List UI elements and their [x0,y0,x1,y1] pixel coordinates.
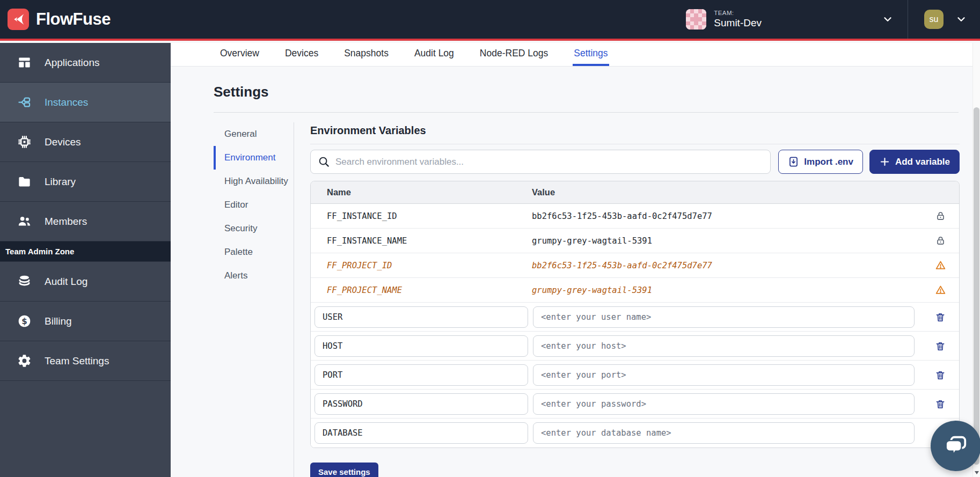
env-name-input[interactable] [315,393,528,415]
env-value-input[interactable] [533,393,915,415]
lock-icon [922,236,959,246]
table-row: FF_PROJECT_ID bb2f6c53-1f25-453b-aafd-0c… [311,253,959,278]
sidebar-item-applications[interactable]: Applications [0,43,171,83]
sidebar-item-label: Devices [45,136,81,148]
team-label: TEAM: [714,10,762,17]
env-var-value: bb2f6c53-1f25-453b-aafd-0c2f475d7e77 [532,261,922,270]
env-name-input[interactable] [315,335,528,357]
scrollbar-thumb[interactable] [974,107,979,465]
dollar-icon: $ [17,314,32,328]
table-row-editable [311,361,959,390]
chevron-down-icon [882,13,894,25]
table-row: FF_PROJECT_NAME grumpy-grey-wagtail-5391 [311,278,959,303]
env-value-input[interactable] [533,364,915,386]
sidebar-item-devices[interactable]: Devices [0,122,171,162]
scrollbar-arrow-icon [975,471,979,474]
delete-variable-button[interactable] [922,341,959,351]
tab-audit-log[interactable]: Audit Log [413,43,455,66]
tab-snapshots[interactable]: Snapshots [343,43,390,66]
subnav-item-environment[interactable]: Environment [214,146,294,170]
env-var-value: grumpy-grey-wagtail-5391 [532,236,922,246]
warning-icon [922,260,959,271]
delete-variable-button[interactable] [922,370,959,380]
chevron-down-icon [955,13,967,25]
save-settings-button[interactable]: Save settings [310,463,378,477]
team-name: Sumit-Dev [714,17,762,29]
env-value-input[interactable] [533,422,915,444]
gear-icon [17,354,32,368]
section-title: Environment Variables [310,124,960,137]
env-var-value: grumpy-grey-wagtail-5391 [532,285,922,295]
sidebar-item-instances[interactable]: Instances [0,83,171,122]
env-var-name: FF_INSTANCE_NAME [311,236,532,246]
sidebar-item-label: Team Settings [45,355,109,367]
section-divider [310,144,960,144]
env-value-input[interactable] [533,335,915,357]
subnav-item-editor[interactable]: Editor [214,193,294,217]
flowfuse-logo-icon [8,9,29,30]
tab-overview[interactable]: Overview [219,43,260,66]
table-row: FF_INSTANCE_NAME grumpy-grey-wagtail-539… [311,229,959,253]
sidebar-item-billing[interactable]: $ Billing [0,302,171,341]
env-name-input[interactable] [315,306,528,328]
column-header-name: Name [311,187,532,197]
chat-bubble-icon [944,434,968,458]
sidebar-item-label: Applications [45,57,99,69]
folder-icon [17,174,32,189]
env-name-input[interactable] [315,422,528,444]
sidebar-item-team-settings[interactable]: Team Settings [0,341,171,381]
delete-variable-button[interactable] [922,399,959,409]
delete-variable-button[interactable] [922,312,959,322]
instances-icon [17,95,32,109]
subnav-item-security[interactable]: Security [214,217,294,240]
sidebar-item-label: Instances [45,97,88,108]
env-value-input[interactable] [533,306,915,328]
search-input[interactable] [310,150,771,174]
env-name-input[interactable] [315,364,528,386]
table-header: Name Value [311,181,959,204]
instance-tabs: Overview Devices Snapshots Audit Log Nod… [171,43,980,67]
main-content: Overview Devices Snapshots Audit Log Nod… [171,43,980,477]
chat-widget-button[interactable] [931,421,980,471]
sidebar: Applications Instances Devices Libr [0,43,171,477]
subnav-item-palette[interactable]: Palette [214,240,294,264]
sidebar-item-label: Library [45,176,76,188]
users-icon [17,214,32,229]
subnav-item-high-availability[interactable]: High Availability [214,170,294,193]
env-var-name: FF_INSTANCE_ID [311,211,532,221]
subnav-item-alerts[interactable]: Alerts [214,264,294,288]
add-variable-button[interactable]: Add variable [869,150,960,174]
tab-node-red-logs[interactable]: Node-RED Logs [479,43,549,66]
user-avatar: su [924,10,944,29]
team-selector[interactable]: TEAM: Sumit-Dev [676,0,908,39]
sidebar-item-label: Audit Log [45,276,87,288]
import-env-button[interactable]: Import .env [778,150,863,174]
page-title: Settings [214,84,980,100]
table-row-editable [311,390,959,419]
table-row-editable [311,303,959,332]
table-row: FF_INSTANCE_ID bb2f6c53-1f25-453b-aafd-0… [311,204,959,229]
svg-text:$: $ [21,317,27,326]
brand[interactable]: FlowFuse [0,9,111,30]
team-avatar [686,9,706,30]
sidebar-item-members[interactable]: Members [0,202,171,241]
tab-devices[interactable]: Devices [284,43,319,66]
env-variables-table: Name Value FF_INSTANCE_ID bb2f6c53-1f25-… [310,181,960,448]
settings-subnav: General Environment High Availability Ed… [214,113,294,477]
table-row-editable [311,419,959,447]
plus-icon [879,156,890,167]
vertical-scrollbar[interactable] [972,43,980,477]
env-var-value: bb2f6c53-1f25-453b-aafd-0c2f475d7e77 [532,211,922,221]
sidebar-item-audit-log[interactable]: Audit Log [0,262,171,302]
sidebar-item-library[interactable]: Library [0,162,171,202]
database-icon [17,274,32,289]
subnav-item-general[interactable]: General [214,122,294,146]
lock-icon [922,211,959,221]
search-icon [318,156,330,168]
chip-icon [17,135,32,149]
user-menu[interactable]: su [908,0,980,39]
brand-name: FlowFuse [36,10,111,29]
sidebar-item-label: Members [45,216,87,228]
tab-settings[interactable]: Settings [573,43,609,66]
import-file-icon [788,156,799,167]
